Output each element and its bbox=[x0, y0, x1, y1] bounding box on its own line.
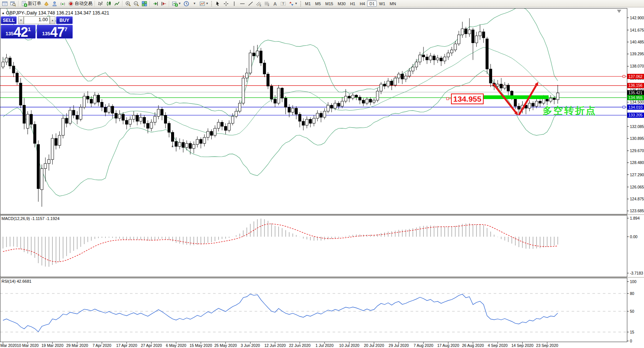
candle bbox=[9, 58, 12, 66]
candle bbox=[140, 117, 142, 121]
candle bbox=[291, 108, 294, 112]
date-tick-label[interactable]: 10 Mar 2020 bbox=[17, 343, 39, 348]
rsi-panel[interactable] bbox=[0, 278, 627, 342]
candle bbox=[214, 128, 216, 135]
price-tick-label: 139.295 bbox=[630, 52, 644, 56]
candle bbox=[37, 144, 40, 188]
candle bbox=[305, 119, 308, 125]
line-handle[interactable] bbox=[623, 75, 625, 78]
date-tick-label[interactable]: Mar 2020 bbox=[0, 343, 17, 348]
buy-price-point: 7 bbox=[64, 26, 67, 32]
candle bbox=[447, 53, 450, 57]
line-handle[interactable] bbox=[623, 106, 625, 108]
candle bbox=[422, 55, 425, 57]
candle bbox=[196, 139, 199, 145]
date-tick-label[interactable]: 1 Jul 2020 bbox=[316, 343, 334, 348]
buy-price-display[interactable]: 135 47 7 bbox=[37, 25, 73, 39]
price-tick-label: 142.900 bbox=[630, 16, 644, 20]
main-chart-panel[interactable] bbox=[0, 9, 627, 214]
candle bbox=[224, 126, 227, 130]
candle bbox=[298, 114, 301, 121]
candle bbox=[436, 58, 439, 60]
candle bbox=[58, 135, 61, 145]
candle bbox=[472, 30, 474, 43]
candle bbox=[405, 76, 407, 79]
date-tick-label[interactable]: 22 Jun 2020 bbox=[289, 343, 311, 348]
candle bbox=[475, 36, 478, 43]
sell-button[interactable]: SELL bbox=[1, 16, 17, 24]
candle bbox=[366, 99, 368, 103]
macd-tick-label: -3.7183 bbox=[630, 271, 643, 275]
date-tick-label[interactable]: 17 Aug 2020 bbox=[437, 343, 459, 348]
date-tick-label[interactable]: 27 Apr 2020 bbox=[141, 343, 162, 348]
candle bbox=[288, 107, 291, 112]
date-tick-label[interactable]: 6 May 2020 bbox=[166, 343, 186, 348]
buy-price-figure: 135 bbox=[42, 31, 50, 36]
date-tick-label[interactable]: 19 Mar 2020 bbox=[42, 343, 63, 348]
date-tick-label[interactable]: 4 Sep 2020 bbox=[488, 343, 508, 348]
candle bbox=[369, 99, 372, 102]
buy-button[interactable]: BUY bbox=[56, 16, 73, 24]
date-tick-label[interactable]: 17 Apr 2020 bbox=[116, 343, 137, 348]
date-tick-label[interactable]: 25 May 2020 bbox=[214, 343, 237, 348]
candle bbox=[496, 84, 499, 86]
date-tick-label[interactable]: 15 May 2020 bbox=[190, 343, 212, 348]
candle bbox=[76, 115, 78, 119]
one-click-collapse-icon[interactable]: ▲ bbox=[1, 11, 5, 15]
price-tick-label: 127.290 bbox=[630, 173, 644, 177]
candle bbox=[412, 67, 414, 71]
price-badge-label: 137.062 bbox=[628, 74, 643, 79]
date-tick-label[interactable]: 26 Aug 2020 bbox=[462, 343, 484, 348]
candle bbox=[355, 95, 358, 97]
candle bbox=[535, 101, 538, 106]
date-tick-label[interactable]: 3 Jun 2020 bbox=[241, 343, 260, 348]
buy-price-pips: 47 bbox=[50, 27, 64, 38]
rsi-tick-label: 80 bbox=[630, 291, 634, 296]
date-tick-label[interactable]: 7 Apr 2020 bbox=[92, 343, 111, 348]
date-tick-label[interactable]: 20 Jul 2020 bbox=[364, 343, 384, 348]
date-tick-label[interactable]: 29 Mar 2020 bbox=[66, 343, 88, 348]
date-tick-label[interactable]: 23 Sep 2020 bbox=[536, 343, 558, 348]
candle bbox=[51, 138, 54, 160]
date-tick-label[interactable]: 10 Jul 2020 bbox=[339, 343, 359, 348]
price-badge-label: 133.205 bbox=[628, 113, 643, 117]
volume-decrease-button[interactable]: ▼ bbox=[18, 16, 24, 24]
candle bbox=[221, 122, 223, 127]
candle bbox=[433, 56, 435, 60]
chart-title: GBPJPY-,Daily 134.748 136.214 134.347 13… bbox=[6, 10, 109, 16]
candle bbox=[133, 115, 135, 119]
volume-input[interactable]: 1.00 bbox=[24, 16, 50, 24]
sell-price-display[interactable]: 135 42 1 bbox=[1, 25, 36, 39]
candle bbox=[387, 81, 389, 86]
candle bbox=[313, 118, 315, 124]
candle bbox=[486, 39, 488, 69]
candle bbox=[40, 168, 43, 190]
star-marker[interactable]: * bbox=[171, 144, 174, 150]
candle bbox=[517, 106, 520, 109]
date-tick-label[interactable]: 12 Jun 2020 bbox=[264, 343, 286, 348]
date-tick-label[interactable]: 7 Aug 2020 bbox=[413, 343, 433, 348]
price-badge-label: 136.156 bbox=[628, 83, 643, 88]
candle bbox=[401, 74, 403, 79]
price-tick-label: 124.875 bbox=[630, 197, 644, 201]
candle bbox=[23, 105, 26, 124]
date-tick-label[interactable]: 29 Jul 2020 bbox=[389, 343, 409, 348]
candle bbox=[65, 118, 68, 124]
candle bbox=[256, 51, 259, 56]
candle bbox=[259, 51, 262, 63]
price-label-anchor[interactable] bbox=[447, 98, 449, 100]
candle bbox=[337, 103, 340, 106]
candle bbox=[69, 110, 71, 123]
candle bbox=[330, 105, 333, 108]
candle bbox=[210, 131, 213, 135]
turning-point-text[interactable]: 多空转折点 bbox=[543, 105, 596, 116]
candle bbox=[323, 111, 326, 117]
volume-increase-button[interactable]: ▲ bbox=[50, 16, 55, 24]
candle bbox=[86, 96, 89, 99]
candle bbox=[479, 32, 481, 36]
candle bbox=[129, 119, 131, 125]
date-tick-label[interactable]: 14 Sep 2020 bbox=[511, 343, 534, 348]
price-badge-label: 135.421 bbox=[628, 91, 643, 95]
one-click-trading-panel: SELL ▼ 1.00 ▲ BUY 135 42 1 135 47 7 bbox=[1, 16, 73, 39]
chart-canvas[interactable]: 134.955多空转折点*▲GBPJPY-,Daily 134.748 136.… bbox=[0, 0, 644, 348]
